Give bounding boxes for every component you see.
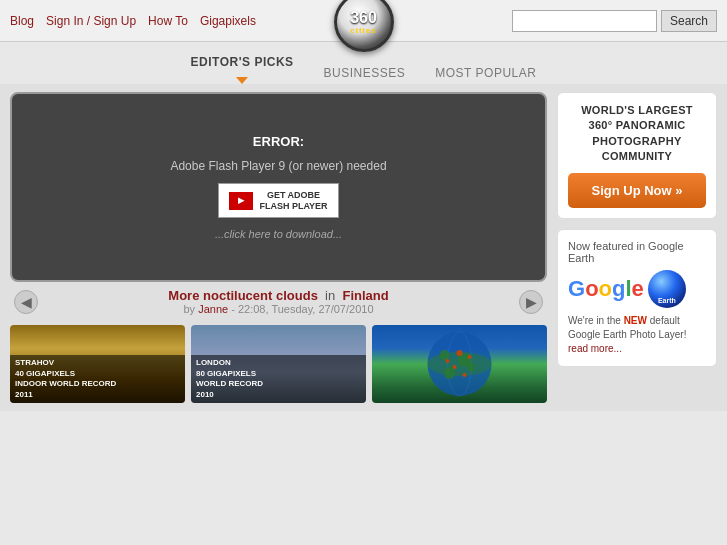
caption-author-link[interactable]: Janne bbox=[198, 303, 228, 315]
svg-point-9 bbox=[468, 355, 472, 359]
google-earth-box: Now featured in Google Earth Google Eart… bbox=[557, 229, 717, 367]
nav-howto[interactable]: How To bbox=[148, 14, 188, 28]
thumb-london[interactable]: London 80 Gigapixels World Record 2010 bbox=[191, 325, 366, 403]
svg-point-7 bbox=[457, 350, 463, 356]
read-more-link[interactable]: read more... bbox=[568, 343, 622, 354]
tab-most-popular[interactable]: Most Popular bbox=[435, 66, 536, 84]
svg-point-3 bbox=[440, 350, 450, 360]
carousel-caption: More noctilucent clouds in Finland by Ja… bbox=[38, 288, 519, 315]
thumb-strahov[interactable]: Strahov 40 Gigapixels Indoor World Recor… bbox=[10, 325, 185, 403]
search-button[interactable]: Search bbox=[661, 10, 717, 32]
top-bar: Blog Sign In / Sign Up How To Gigapixels… bbox=[0, 0, 727, 42]
download-link[interactable]: ...click here to download... bbox=[215, 228, 342, 240]
tab-editors-picks-wrapper: Editor's Picks bbox=[191, 55, 294, 84]
nav-signin[interactable]: Sign In / Sign Up bbox=[46, 14, 136, 28]
tab-active-indicator bbox=[236, 77, 248, 84]
nav-links: Blog Sign In / Sign Up How To Gigapixels bbox=[10, 14, 256, 28]
flash-icon: ▶ bbox=[229, 192, 253, 210]
logo-circle: 360 cities bbox=[334, 0, 394, 52]
carousel-prev[interactable]: ◀ bbox=[14, 290, 38, 314]
svg-point-8 bbox=[446, 359, 450, 363]
tab-editors-picks[interactable]: Editor's Picks bbox=[191, 55, 294, 75]
carousel-next[interactable]: ▶ bbox=[519, 290, 543, 314]
nav-gigapixels[interactable]: Gigapixels bbox=[200, 14, 256, 28]
caption-time: 22:08, Tuesday, 27/07/2010 bbox=[238, 303, 374, 315]
thumb-london-label: London 80 Gigapixels World Record 2010 bbox=[191, 355, 366, 403]
google-description: We're in the NEW default Google Earth Ph… bbox=[568, 314, 706, 356]
signup-title: World's Largest 360° Panoramic Photograp… bbox=[568, 103, 706, 165]
logo-cities: cities bbox=[350, 26, 376, 35]
svg-point-10 bbox=[463, 373, 467, 377]
nav-blog[interactable]: Blog bbox=[10, 14, 34, 28]
signup-button[interactable]: Sign Up Now » bbox=[568, 173, 706, 208]
logo-360: 360 bbox=[350, 10, 377, 26]
center-panel: ERROR: Adobe Flash Player 9 (or newer) n… bbox=[10, 92, 547, 403]
tab-businesses[interactable]: Businesses bbox=[324, 66, 406, 84]
thumb-strahov-label: Strahov 40 Gigapixels Indoor World Recor… bbox=[10, 355, 185, 403]
error-title: ERROR: bbox=[253, 134, 304, 149]
right-sidebar: World's Largest 360° Panoramic Photograp… bbox=[557, 92, 717, 403]
flash-badge[interactable]: ▶ Get Adobe Flash Player bbox=[218, 183, 338, 219]
logo[interactable]: 360 cities bbox=[334, 0, 394, 52]
search-area: Search bbox=[512, 10, 717, 32]
caption-location: Finland bbox=[342, 288, 388, 303]
svg-point-5 bbox=[468, 363, 476, 371]
signup-box: World's Largest 360° Panoramic Photograp… bbox=[557, 92, 717, 219]
caption-meta: by Janne - 22:08, Tuesday, 27/07/2010 bbox=[38, 303, 519, 315]
svg-point-11 bbox=[453, 365, 457, 369]
globe-svg bbox=[372, 325, 547, 403]
google-text: Google bbox=[568, 276, 644, 302]
google-logo: Google Earth bbox=[568, 270, 706, 308]
caption-title: More noctilucent clouds in Finland bbox=[38, 288, 519, 303]
featured-label: Now featured in Google Earth bbox=[568, 240, 706, 264]
flash-error-box: ERROR: Adobe Flash Player 9 (or newer) n… bbox=[10, 92, 547, 282]
thumbnails-row: Strahov 40 Gigapixels Indoor World Recor… bbox=[10, 321, 547, 403]
main-content: ERROR: Adobe Flash Player 9 (or newer) n… bbox=[0, 84, 727, 411]
caption-photo-link[interactable]: More noctilucent clouds bbox=[168, 288, 318, 303]
earth-label: Earth bbox=[658, 297, 676, 304]
thumb-globe[interactable] bbox=[372, 325, 547, 403]
search-input[interactable] bbox=[512, 10, 657, 32]
flash-label: Get Adobe Flash Player bbox=[259, 190, 327, 212]
error-description: Adobe Flash Player 9 (or newer) needed bbox=[170, 159, 386, 173]
earth-badge: Earth bbox=[648, 270, 686, 308]
carousel-nav: ◀ More noctilucent clouds in Finland by … bbox=[10, 282, 547, 321]
